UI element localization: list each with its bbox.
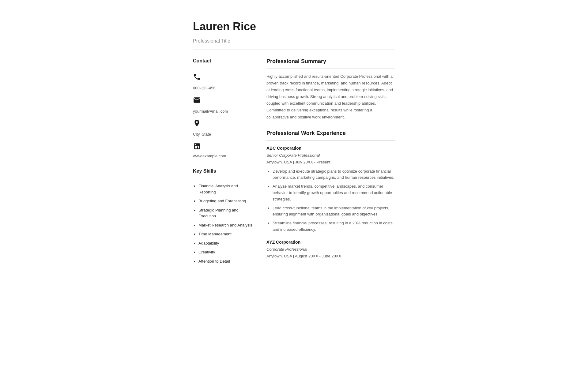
phone-icon [193,73,201,84]
job-location-date: Anytown, USA | July 20XX - Present [266,159,395,165]
skill-item: Time Management [198,231,254,237]
summary-divider [266,69,395,69]
email-contact-item: yourmail@mail.com [193,96,254,114]
contact-section-title: Contact [193,57,254,65]
skill-item: Attention to Detail [198,258,254,264]
jobs-container: ABC CorporationSenior Corporate Professi… [266,145,395,259]
skills-divider [193,178,254,178]
right-column: Professional Summary Highly accomplished… [266,57,395,273]
phone-contact-item: 000-123-456 [193,73,254,91]
contact-divider [193,68,254,68]
work-experience-section: Professional Work Experience ABC Corpora… [266,129,395,259]
job-title: Corporate Professional [266,246,395,253]
header-divider [193,50,395,50]
location-contact-item: City, State [193,119,254,137]
job-entry: XYZ CorporationCorporate ProfessionalAny… [266,239,395,259]
job-bullet-item: Lead cross-functional teams in the imple… [273,205,395,218]
summary-section-title: Professional Summary [266,57,395,66]
two-column-layout: Contact 000-123-456 [193,57,395,273]
work-experience-title: Professional Work Experience [266,129,395,137]
skill-item: Creativity [198,249,254,255]
company-name: XYZ Corporation [266,239,395,245]
job-bullet-item: Develop and execute strategic plans to o… [273,168,395,181]
professional-summary-section: Professional Summary Highly accomplished… [266,57,395,121]
skill-item: Market Research and Analysis [198,222,254,228]
job-title: Senior Corporate Professional [266,152,395,159]
job-bullet-item: Analyze market trends, competitive lands… [273,183,395,202]
job-location-date: Anytown, USA | August 20XX - June 20XX [266,253,395,259]
skills-list: Financial Analysis and ReportingBudgetin… [193,183,254,264]
work-experience-divider [266,140,395,141]
skill-item: Budgeting and Forecasting [198,198,254,204]
key-skills-section-title: Key Skills [193,167,254,175]
linkedin-contact-item: www.example.com [193,142,254,159]
professional-title: Professional Title [193,37,395,45]
resume-page: Lauren Rice Professional Title Contact 0… [187,0,401,291]
skill-item: Adaptability [198,240,254,246]
email-address: yourmail@mail.com [193,108,228,114]
location-text: City, State [193,131,211,137]
key-skills-section: Key Skills Financial Analysis and Report… [193,167,254,264]
job-bullets-list: Develop and execute strategic plans to o… [266,168,395,233]
email-icon [193,96,201,107]
job-bullet-item: Streamline financial processes, resultin… [273,220,395,233]
header-section: Lauren Rice Professional Title [193,18,395,50]
summary-text: Highly accomplished and results-oriented… [266,73,395,121]
phone-number: 000-123-456 [193,85,216,91]
left-column: Contact 000-123-456 [193,57,254,273]
job-entry: ABC CorporationSenior Corporate Professi… [266,145,395,233]
candidate-name: Lauren Rice [193,18,395,35]
skill-item: Financial Analysis and Reporting [198,183,254,195]
linkedin-url: www.example.com [193,153,226,159]
location-icon [193,119,201,130]
contact-section: Contact 000-123-456 [193,57,254,159]
company-name: ABC Corporation [266,145,395,152]
skill-item: Strategic Planning and Execution [198,207,254,219]
linkedin-icon [193,142,201,152]
